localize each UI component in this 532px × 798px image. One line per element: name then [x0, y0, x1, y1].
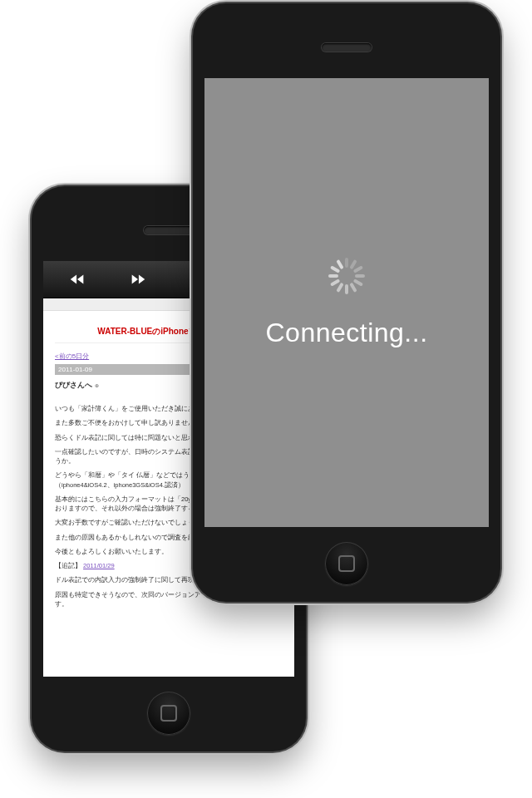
speaker-grille	[144, 226, 194, 234]
loading-spinner-icon	[328, 258, 365, 294]
device-bottom	[193, 527, 500, 602]
front-screen: Connecting...	[204, 78, 489, 527]
iphone-front-device: Connecting...	[193, 3, 500, 602]
rewind-button[interactable]	[48, 266, 106, 293]
connecting-label: Connecting...	[265, 318, 427, 348]
addendum-date-link[interactable]: 2011/01/29	[83, 562, 115, 569]
entry-title-text: ぴぴさんへ	[55, 381, 92, 389]
home-button[interactable]	[325, 542, 368, 585]
speaker-grille	[322, 43, 372, 52]
device-top	[193, 3, 500, 78]
device-bottom	[32, 677, 306, 751]
home-button[interactable]	[147, 692, 190, 735]
comment-count-icon: ⊕	[95, 383, 99, 388]
addendum-label: 【追記】	[55, 562, 81, 569]
fast-forward-button[interactable]	[110, 266, 168, 293]
